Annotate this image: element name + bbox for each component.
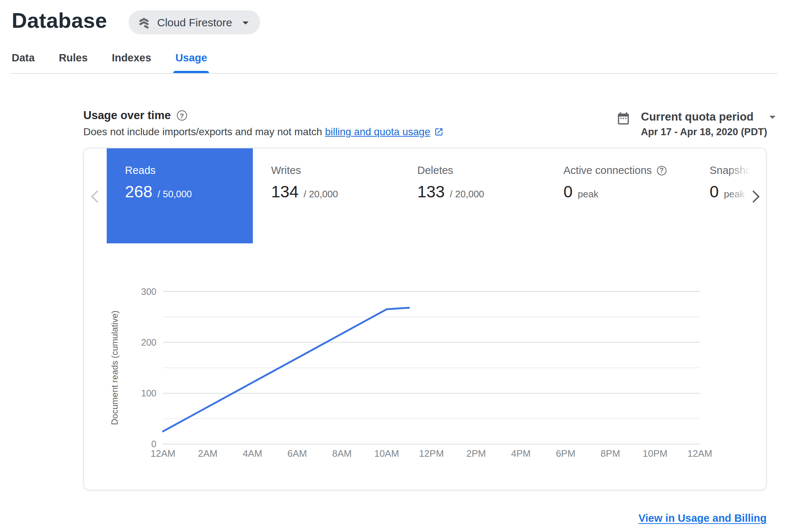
quota-period-label: Current quota period bbox=[641, 110, 753, 123]
svg-text:6PM: 6PM bbox=[556, 448, 575, 459]
metric-value: 134 bbox=[271, 183, 299, 202]
metric-tile-active-connections[interactable]: Active connections ? 0 peak bbox=[545, 148, 691, 243]
svg-text:8PM: 8PM bbox=[601, 448, 620, 459]
tab-bar: Data Rules Indexes Usage bbox=[11, 44, 778, 74]
metric-name: Writes bbox=[271, 164, 301, 176]
svg-text:12AM: 12AM bbox=[687, 448, 712, 459]
usage-over-time-heading: Usage over time ? bbox=[83, 109, 187, 122]
quota-period-range: Apr 17 - Apr 18, 2020 (PDT) bbox=[641, 126, 780, 137]
svg-text:0: 0 bbox=[151, 439, 156, 449]
firestore-icon bbox=[137, 15, 151, 30]
usage-heading-label: Usage over time bbox=[83, 109, 171, 122]
page-title: Database bbox=[12, 7, 107, 34]
tab-rules[interactable]: Rules bbox=[58, 52, 88, 73]
svg-text:10AM: 10AM bbox=[374, 448, 399, 459]
metric-limit: / 20,000 bbox=[450, 189, 484, 200]
usage-chart: 010020030012AM2AM4AM6AM8AM10AM12PM2PM4PM… bbox=[84, 280, 767, 470]
tab-indexes[interactable]: Indexes bbox=[111, 52, 152, 73]
product-selector-label: Cloud Firestore bbox=[157, 16, 232, 28]
chevron-left-icon[interactable] bbox=[93, 192, 102, 201]
svg-text:2AM: 2AM bbox=[198, 448, 217, 459]
dropdown-caret-icon[interactable] bbox=[765, 110, 780, 124]
svg-text:6AM: 6AM bbox=[288, 448, 307, 459]
svg-text:100: 100 bbox=[141, 388, 156, 398]
svg-text:2PM: 2PM bbox=[466, 448, 486, 459]
metric-tile-reads[interactable]: Reads 268 / 50,000 bbox=[107, 148, 253, 243]
usage-description-text: Does not include imports/exports and may… bbox=[83, 126, 325, 137]
metric-value: 0 bbox=[710, 183, 719, 202]
tab-usage[interactable]: Usage bbox=[175, 52, 208, 73]
chevron-right-icon[interactable] bbox=[749, 192, 758, 201]
svg-text:4PM: 4PM bbox=[511, 448, 531, 459]
metric-value: 0 bbox=[563, 183, 573, 202]
firebase-console-page: Database Cloud Firestore Data Rules Inde… bbox=[0, 0, 790, 532]
product-selector-dropdown[interactable]: Cloud Firestore bbox=[129, 10, 260, 34]
metric-name: Deletes bbox=[417, 164, 453, 176]
usage-description: Does not include imports/exports and may… bbox=[83, 125, 443, 139]
metric-value: 133 bbox=[417, 183, 445, 202]
svg-text:12AM: 12AM bbox=[151, 448, 175, 459]
metric-name: Active connections bbox=[563, 164, 652, 176]
svg-text:200: 200 bbox=[141, 337, 156, 347]
help-icon[interactable]: ? bbox=[657, 166, 666, 175]
svg-text:300: 300 bbox=[141, 286, 156, 297]
quota-period-selector[interactable]: Current quota period Apr 17 - Apr 18, 20… bbox=[616, 110, 780, 137]
help-icon[interactable]: ? bbox=[177, 110, 187, 121]
svg-text:12PM: 12PM bbox=[419, 448, 444, 459]
metric-tile-writes[interactable]: Writes 134 / 20,000 bbox=[253, 148, 399, 243]
svg-text:4AM: 4AM bbox=[243, 448, 262, 459]
metric-value: 268 bbox=[125, 183, 152, 202]
calendar-icon bbox=[616, 111, 631, 126]
tab-data[interactable]: Data bbox=[11, 52, 35, 73]
svg-text:Document reads (cumulative): Document reads (cumulative) bbox=[110, 311, 119, 425]
dropdown-caret-icon bbox=[238, 15, 252, 30]
metric-tile-deletes[interactable]: Deletes 133 / 20,000 bbox=[399, 148, 545, 243]
usage-card: Reads 268 / 50,000 Writes 134 / 20,000 D… bbox=[83, 148, 767, 490]
svg-text:8AM: 8AM bbox=[332, 448, 352, 459]
svg-text:10PM: 10PM bbox=[643, 448, 668, 459]
tile-row-fade bbox=[728, 148, 766, 243]
view-usage-billing-link[interactable]: View in Usage and Billing bbox=[638, 512, 767, 524]
metric-limit: / 20,000 bbox=[304, 189, 338, 200]
metric-name: Reads bbox=[125, 164, 156, 176]
metric-limit: / 50,000 bbox=[157, 189, 192, 200]
billing-and-quota-usage-link[interactable]: billing and quota usage bbox=[325, 126, 443, 137]
metric-limit: peak bbox=[578, 189, 598, 200]
open-in-new-icon bbox=[434, 127, 443, 137]
